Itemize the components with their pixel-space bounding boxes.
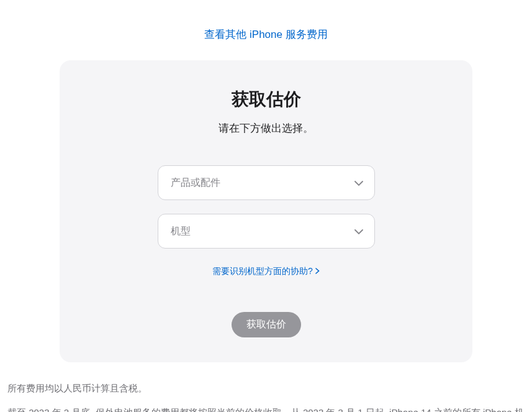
chevron-right-icon: [315, 267, 320, 276]
help-link-text: 需要识别机型方面的协助?: [212, 266, 313, 277]
model-select-placeholder: 机型: [171, 225, 191, 238]
footer-line-2: 截至 2023 年 2 月底, 保外电池服务的费用都将按照当前的价格收取。从 2…: [7, 404, 525, 413]
footer-line-2a: 截至 2023 年 2 月底, 保外电池服务的费用都将按照当前的价格收取。从 2…: [7, 407, 524, 413]
chevron-down-icon: [354, 226, 363, 237]
estimate-card: 获取估价 请在下方做出选择。 产品或配件 机型 需要识别机型方面的协助? 获取估…: [60, 60, 472, 362]
model-select[interactable]: 机型: [158, 214, 375, 249]
get-estimate-button[interactable]: 获取估价: [232, 312, 301, 337]
card-subtitle: 请在下方做出选择。: [84, 121, 448, 135]
product-select[interactable]: 产品或配件: [158, 165, 375, 200]
chevron-down-icon: [354, 177, 363, 188]
footer-line-1: 所有费用均以人民币计算且含税。: [7, 380, 525, 398]
product-select-placeholder: 产品或配件: [171, 176, 220, 190]
card-title: 获取估价: [84, 88, 448, 111]
other-iphone-service-link[interactable]: 查看其他 iPhone 服务费用: [0, 0, 532, 60]
identify-model-help-link[interactable]: 需要识别机型方面的协助?: [212, 266, 320, 277]
footer-notes: 所有费用均以人民币计算且含税。 截至 2023 年 2 月底, 保外电池服务的费…: [0, 362, 532, 412]
